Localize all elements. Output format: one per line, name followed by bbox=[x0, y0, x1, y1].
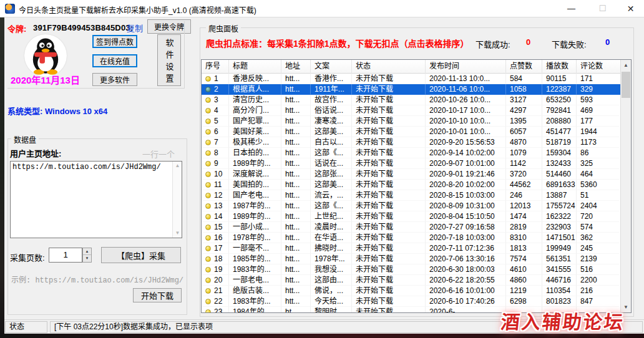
cell-status: 未开始下载 bbox=[352, 158, 426, 169]
row-status-dot-icon bbox=[205, 299, 211, 304]
cell-seq: 11 bbox=[202, 180, 229, 190]
cell-status: 未开始下载 bbox=[352, 243, 426, 254]
cell-status: 未开始下载 bbox=[352, 180, 426, 190]
cell-publish-time: 2020-8-15 10:03:00 bbox=[426, 190, 506, 201]
cell-comments: 5360 bbox=[577, 180, 619, 190]
table-row[interactable]: 15一部小成...htt...凌晨时...未开始下载2020-7-27 09:1… bbox=[202, 222, 620, 233]
scroll-down-icon[interactable]: ▼ bbox=[173, 229, 182, 238]
column-header-3[interactable]: 文案 bbox=[311, 60, 352, 74]
crawl-button[interactable]: 【爬虫】采集 bbox=[101, 247, 181, 263]
table-row[interactable]: 8日本拍的...htt...这部《...未开始下载2020-9-14 10:02… bbox=[202, 148, 620, 158]
table-row[interactable]: 1香港反映...htt...香港作...未开始下载2020-11-13 10:0… bbox=[202, 74, 620, 84]
table-row[interactable]: 11美国拍的...htt...这部美...未开始下载2020-8-20 10:0… bbox=[202, 180, 620, 190]
row-status-dot-icon bbox=[205, 235, 211, 241]
table-row[interactable]: 5国产犯罪...htt...凄寒凌...未开始下载2020-10-10 10:0… bbox=[202, 116, 620, 127]
pages-input[interactable]: 1 bbox=[49, 248, 82, 263]
cell-copy: 这部《... bbox=[311, 201, 352, 211]
table-row[interactable]: 181985年的...htt...1978年...未开始下载2020-7-06 … bbox=[202, 254, 620, 264]
url-label: 用户主页地址: bbox=[10, 147, 61, 159]
cell-address: htt... bbox=[281, 127, 311, 137]
table-row[interactable]: 3清宫历史...htt...故宫作...未开始下载2020-10-26 10:0… bbox=[202, 95, 620, 105]
column-header-5[interactable]: 发布时间 bbox=[426, 60, 506, 74]
cell-address: htt... bbox=[281, 222, 311, 233]
cell-seq: 8 bbox=[202, 148, 229, 158]
scroll-up-icon[interactable]: ▲ bbox=[173, 162, 182, 170]
cell-copy: 俗话说... bbox=[311, 105, 352, 116]
row-status-dot-icon bbox=[205, 129, 211, 135]
cell-comments: 362 bbox=[577, 233, 619, 243]
table-row[interactable]: 17一部毫不...htt...拂晓时...未开始下载2020-7-11 07:1… bbox=[202, 243, 620, 254]
cell-plays: 199949 bbox=[542, 243, 577, 254]
cell-plays: 514460 bbox=[542, 169, 577, 180]
sign-in-button[interactable]: 签到得点数 bbox=[92, 35, 137, 48]
cell-seq: 23 bbox=[202, 307, 229, 312]
table-row[interactable]: 21绝版古装...htt...佛说，...未开始下载2020-6-16 10:0… bbox=[202, 286, 620, 296]
cell-address: htt... bbox=[281, 158, 311, 169]
cell-likes: 1474 bbox=[506, 211, 542, 222]
column-header-4[interactable]: 状态 bbox=[352, 60, 426, 74]
table-row[interactable]: 131987年的...htt...这部《...未开始下载2020-8-09 10… bbox=[202, 201, 620, 211]
table-row[interactable]: 20一部老电...htt...这部由...未开始下载2020-6-22 18:2… bbox=[202, 275, 620, 286]
row-status-dot-icon bbox=[205, 256, 211, 262]
cell-address: htt... bbox=[281, 275, 311, 286]
table-row[interactable]: 6美国好莱...htt...这部美...未开始下载2020-10-01 10:0… bbox=[202, 127, 620, 137]
stepper-up-icon[interactable]: ▲ bbox=[83, 248, 91, 255]
table-row[interactable]: 12国产老电...htt...流云，...未开始下载2020-8-15 10:0… bbox=[202, 190, 620, 201]
table-row[interactable]: 10深度解说...htt...这部张...未开始下载2020-9-01 19:2… bbox=[202, 169, 620, 180]
cell-copy: 自古以... bbox=[311, 137, 352, 148]
table-row[interactable]: 141989年的...htt...上世纪...未开始下载2020-8-04 15… bbox=[202, 211, 620, 222]
cell-publish-time: 2020-9-07 10:01:00 bbox=[426, 158, 506, 169]
software-settings-button[interactable]: 软件设置 bbox=[157, 34, 181, 86]
cell-status: 未开始下载 bbox=[352, 201, 426, 211]
cell-title: 1989年的... bbox=[229, 211, 281, 222]
cell-likes: 44562 bbox=[506, 180, 542, 190]
recharge-button[interactable]: 在线充值 bbox=[92, 54, 137, 67]
stepper-down-icon[interactable]: ▼ bbox=[83, 255, 91, 262]
desktop-edge-bottom bbox=[0, 334, 644, 338]
table-row[interactable]: 4高分冷门...htt...俗话说...未开始下载2020-10-17 10:0… bbox=[202, 105, 620, 116]
column-header-1[interactable]: 标题 bbox=[229, 60, 281, 74]
cell-status: 未开始下载 bbox=[352, 137, 426, 148]
pages-stepper[interactable]: ▲ ▼ bbox=[82, 248, 92, 263]
scroll-up-icon[interactable]: ▲ bbox=[621, 60, 631, 70]
column-header-7[interactable]: 播放数 bbox=[542, 60, 577, 74]
cell-status: 未开始下载 bbox=[352, 190, 426, 201]
close-button[interactable]: ✕ bbox=[617, 0, 644, 17]
cell-seq: 1 bbox=[202, 74, 229, 84]
more-software-button[interactable]: 更多软件 bbox=[92, 73, 137, 86]
column-header-8[interactable]: 评论数 bbox=[577, 60, 619, 74]
cell-address: htt... bbox=[281, 201, 311, 211]
table-row[interactable]: 161978年的...htt...在华语...未开始下载2020-7-18 10… bbox=[202, 233, 620, 243]
cell-copy: 凄寒凌... bbox=[311, 116, 352, 127]
table-row[interactable]: 7极其稀少...htt...自古以...未开始下载2020-9-20 15:56… bbox=[202, 137, 620, 148]
download-success-value: 0 bbox=[526, 37, 530, 47]
scrollbar-thumb[interactable] bbox=[622, 72, 630, 98]
table-row[interactable]: 91989年的...htt...话说在...未开始下载2020-9-07 10:… bbox=[202, 158, 620, 169]
cell-title: 一部老电... bbox=[229, 275, 281, 286]
column-header-6[interactable]: 点赞数 bbox=[506, 60, 542, 74]
cell-likes: 1813 bbox=[506, 243, 542, 254]
table-row[interactable]: 191983年的...htt...我想没...未开始下载2020-6-30 18… bbox=[202, 264, 620, 275]
cell-address: htt... bbox=[281, 180, 311, 190]
minimize-button[interactable]: — bbox=[557, 0, 585, 17]
qq-penguin-icon bbox=[24, 34, 67, 77]
table-row[interactable]: 2根据真人...htt...1911年...未开始下载2020-11-06 10… bbox=[202, 84, 620, 95]
url-textarea[interactable]: https://m.toutiao.com/is/JHd2Wmg/ ▲ ▼ bbox=[10, 161, 182, 238]
cell-status: 未开始下载 bbox=[352, 211, 426, 222]
table-row[interactable]: 221983年的...htt...今天给...未开始下载2020-6-10 17… bbox=[202, 296, 620, 307]
cell-plays: 13887 bbox=[542, 190, 577, 201]
cell-copy: 香港作... bbox=[311, 74, 352, 84]
column-header-2[interactable]: 地址 bbox=[281, 60, 311, 74]
table-scrollbar[interactable]: ▲ ▼ bbox=[620, 60, 631, 312]
cell-status: 未开始下载 bbox=[352, 105, 426, 116]
cell-publish-time: 2020-7-06 13:30:16 bbox=[426, 254, 506, 264]
start-download-button[interactable]: 开始下载 bbox=[133, 288, 182, 302]
cell-status: 未开始下载 bbox=[352, 296, 426, 307]
cell-title: 日本拍的... bbox=[229, 148, 281, 158]
app-window: 今日头条主页批量下载解析去水印采集小助手_v1.0 (高清视频-高速下载) — … bbox=[0, 0, 644, 338]
column-header-0[interactable]: 序号 bbox=[202, 60, 229, 74]
cell-likes: 3127 bbox=[506, 95, 542, 105]
cell-copy: 这部张... bbox=[311, 169, 352, 180]
cell-publish-time: 2020-11-13 10:0... bbox=[426, 74, 506, 84]
textarea-scrollbar[interactable]: ▲ ▼ bbox=[172, 162, 182, 238]
